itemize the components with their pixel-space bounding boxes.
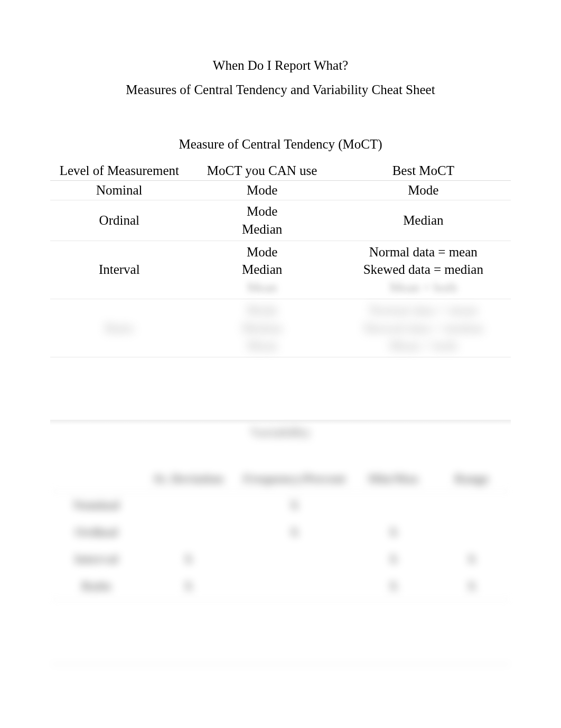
cell-level: Interval	[50, 546, 142, 573]
moct-heading: Measure of Central Tendency (MoCT)	[50, 137, 511, 152]
cell-sd: X	[142, 573, 234, 600]
cell-best: Median	[336, 200, 511, 241]
col-header-freq: Frequency/Percent	[235, 466, 354, 492]
col-header-can: MoCT you CAN use	[189, 161, 336, 181]
col-header-sd: St. Deviation	[142, 466, 234, 492]
cell-mm	[354, 492, 433, 519]
page-subtitle: Measures of Central Tendency and Variabi…	[50, 82, 511, 97]
cell-best: Mode	[336, 181, 511, 200]
table-row: Interval X X X	[50, 546, 511, 573]
col-header-level: Level of Measurement	[50, 161, 189, 181]
variability-table: St. Deviation Frequency/Percent Min/Max …	[50, 466, 511, 600]
cell-level: Ordinal	[50, 200, 189, 241]
moct-table: Level of Measurement MoCT you CAN use Be…	[50, 161, 511, 357]
table-shadow	[50, 420, 511, 425]
cell-fp: X	[235, 492, 354, 519]
cell-rg: X	[433, 546, 511, 573]
cell-level: Ratio	[50, 299, 189, 357]
cell-mm: X	[354, 546, 433, 573]
table-row: Ratio ModeMedianMean Normal data = meanS…	[50, 299, 511, 357]
cell-sd: X	[142, 546, 234, 573]
table-row: Nominal Mode Mode	[50, 181, 511, 200]
cell-mm: X	[354, 573, 433, 600]
cell-can: ModeMedian	[189, 200, 336, 241]
table-row: Nominal X	[50, 492, 511, 519]
cell-mm: X	[354, 519, 433, 546]
cell-fp: X	[235, 519, 354, 546]
table-header-row: Level of Measurement MoCT you CAN use Be…	[50, 161, 511, 181]
table-header-row: St. Deviation Frequency/Percent Min/Max …	[50, 466, 511, 492]
table-row: Interval Mode Median Mean Normal data = …	[50, 241, 511, 299]
cell-level: Ratio	[50, 573, 142, 600]
page-title: When Do I Report What?	[50, 58, 511, 73]
cell-rg: X	[433, 573, 511, 600]
table-row: Ordinal X X	[50, 519, 511, 546]
cell-level: Nominal	[50, 492, 142, 519]
table-row: Ratio X X X	[50, 573, 511, 600]
cell-can: ModeMedianMean	[189, 299, 336, 357]
cell-fp	[235, 546, 354, 573]
cell-best: Normal data = meanSkewed data = medianMe…	[336, 299, 511, 357]
cell-level: Ordinal	[50, 519, 142, 546]
table-row: Ordinal ModeMedian Median	[50, 200, 511, 241]
cell-can: Mode Median Mean	[189, 241, 336, 299]
cell-can: Mode	[189, 181, 336, 200]
cell-rg	[433, 492, 511, 519]
cell-rg	[433, 519, 511, 546]
col-header-minmax: Min/Max	[354, 466, 433, 492]
table-shadow	[50, 662, 511, 668]
cell-best: Normal data = mean Skewed data = median …	[336, 241, 511, 299]
variability-section: Variability St. Deviation Frequency/Perc…	[50, 425, 511, 668]
col-header-range: Range	[433, 466, 511, 492]
col-header-empty	[50, 466, 142, 492]
variability-heading: Variability	[50, 425, 511, 440]
col-header-best: Best MoCT	[336, 161, 511, 181]
cell-sd	[142, 492, 234, 519]
cell-level: Interval	[50, 241, 189, 299]
cell-fp	[235, 573, 354, 600]
cell-level: Nominal	[50, 181, 189, 200]
cell-sd	[142, 519, 234, 546]
